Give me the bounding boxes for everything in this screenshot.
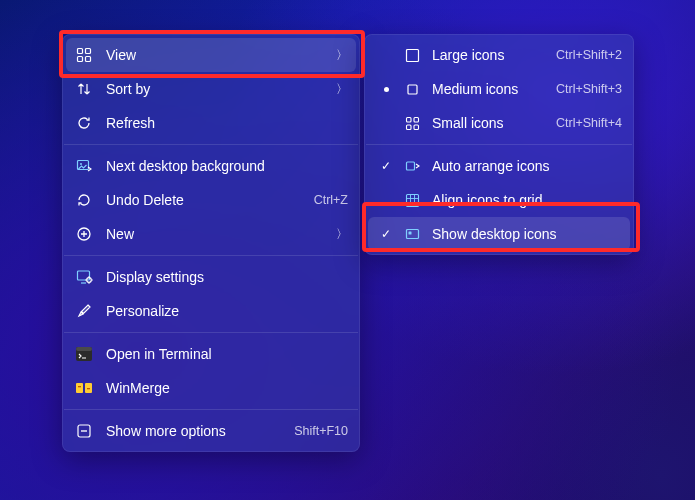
undo-icon [74,190,94,210]
submenu-label: Auto arrange icons [432,158,622,174]
submenu-label: Show desktop icons [432,226,622,242]
submenu-item-large-icons[interactable]: Large icons Ctrl+Shift+2 [364,38,634,72]
menu-item-next-background[interactable]: Next desktop background [62,149,360,183]
sort-icon [74,79,94,99]
terminal-icon [74,344,94,364]
submenu-item-align-grid[interactable]: Align icons to grid [364,183,634,217]
desktop-context-menu: View 〉 Sort by 〉 Refresh Next desktop ba… [62,34,360,452]
menu-item-sortby[interactable]: Sort by 〉 [62,72,360,106]
submenu-item-show-desktop-icons[interactable]: ✓ Show desktop icons [368,217,630,251]
svg-rect-0 [78,49,83,54]
auto-arrange-icon [402,156,422,176]
svg-rect-20 [408,85,417,94]
menu-label: Display settings [106,269,348,285]
menu-shortcut: Shift+F10 [294,424,348,438]
svg-rect-14 [87,388,90,389]
more-options-icon [74,421,94,441]
svg-rect-25 [406,162,414,170]
menu-label: Show more options [106,423,286,439]
svg-rect-3 [86,57,91,62]
submenu-label: Align icons to grid [432,192,622,208]
svg-rect-27 [406,229,418,238]
radio-indicator [376,87,396,92]
menu-label: View [106,47,330,63]
svg-rect-10 [76,347,92,351]
submenu-item-auto-arrange[interactable]: ✓ Auto arrange icons [364,149,634,183]
svg-rect-2 [78,57,83,62]
svg-point-16 [81,430,83,432]
plus-circle-icon [74,224,94,244]
menu-label: New [106,226,330,242]
chevron-right-icon: 〉 [336,47,348,64]
menu-separator [64,255,358,256]
picture-next-icon [74,156,94,176]
menu-label: Personalize [106,303,348,319]
svg-rect-13 [78,386,81,387]
svg-rect-26 [406,194,418,206]
menu-item-refresh[interactable]: Refresh [62,106,360,140]
grid-icon [74,45,94,65]
menu-item-view[interactable]: View 〉 [66,38,356,72]
check-indicator: ✓ [376,159,396,173]
svg-rect-11 [76,383,83,393]
submenu-shortcut: Ctrl+Shift+3 [556,82,622,96]
svg-rect-28 [408,231,411,234]
menu-label: Open in Terminal [106,346,348,362]
svg-point-17 [83,430,85,432]
menu-item-undo-delete[interactable]: Undo Delete Ctrl+Z [62,183,360,217]
menu-separator [64,409,358,410]
large-square-icon [402,45,422,65]
align-grid-icon [402,190,422,210]
svg-point-5 [80,163,82,165]
menu-separator [64,144,358,145]
menu-item-personalize[interactable]: Personalize [62,294,360,328]
chevron-right-icon: 〉 [336,226,348,243]
svg-rect-21 [406,117,411,122]
menu-item-show-more-options[interactable]: Show more options Shift+F10 [62,414,360,448]
menu-item-new[interactable]: New 〉 [62,217,360,251]
submenu-shortcut: Ctrl+Shift+2 [556,48,622,62]
chevron-right-icon: 〉 [336,81,348,98]
submenu-shortcut: Ctrl+Shift+4 [556,116,622,130]
small-grid-icon [402,113,422,133]
desktop-icons-icon [402,224,422,244]
menu-item-display-settings[interactable]: Display settings [62,260,360,294]
medium-square-icon [402,79,422,99]
winmerge-icon [74,378,94,398]
menu-separator [366,144,632,145]
menu-separator [64,332,358,333]
refresh-icon [74,113,94,133]
check-indicator: ✓ [376,227,396,241]
submenu-label: Small icons [432,115,548,131]
menu-item-winmerge[interactable]: WinMerge [62,371,360,405]
view-submenu: Large icons Ctrl+Shift+2 Medium icons Ct… [364,34,634,255]
menu-label: WinMerge [106,380,348,396]
svg-point-18 [85,430,87,432]
menu-item-open-terminal[interactable]: Open in Terminal [62,337,360,371]
submenu-item-small-icons[interactable]: Small icons Ctrl+Shift+4 [364,106,634,140]
submenu-label: Medium icons [432,81,548,97]
brush-icon [74,301,94,321]
display-gear-icon [74,267,94,287]
svg-rect-22 [414,117,419,122]
svg-rect-19 [406,49,418,61]
submenu-item-medium-icons[interactable]: Medium icons Ctrl+Shift+3 [364,72,634,106]
submenu-label: Large icons [432,47,548,63]
menu-label: Refresh [106,115,348,131]
menu-shortcut: Ctrl+Z [314,193,348,207]
menu-label: Next desktop background [106,158,348,174]
menu-label: Undo Delete [106,192,306,208]
svg-rect-1 [86,49,91,54]
menu-label: Sort by [106,81,330,97]
svg-rect-24 [414,125,419,130]
svg-rect-23 [406,125,411,130]
